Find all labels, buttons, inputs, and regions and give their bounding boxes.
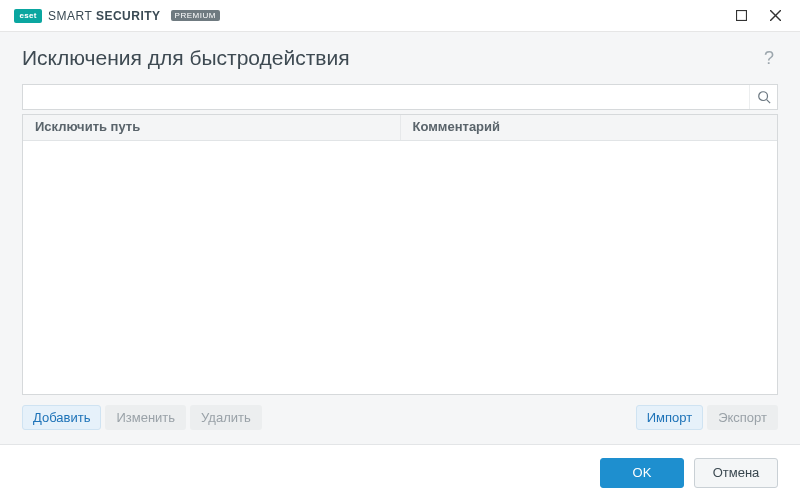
brand: eset SMART SECURITY PREMIUM bbox=[14, 9, 220, 23]
search-button[interactable] bbox=[749, 85, 777, 109]
search-icon bbox=[757, 90, 771, 104]
table-body[interactable] bbox=[23, 141, 777, 394]
page-title: Исключения для быстродействия bbox=[22, 46, 760, 70]
import-button[interactable]: Импорт bbox=[636, 405, 703, 430]
content-area: Исключить путь Комментарий Добавить Изме… bbox=[0, 76, 800, 444]
close-button[interactable] bbox=[758, 2, 792, 30]
maximize-icon bbox=[736, 10, 747, 21]
delete-button: Удалить bbox=[190, 405, 262, 430]
maximize-button[interactable] bbox=[724, 2, 758, 30]
app-window: eset SMART SECURITY PREMIUM Исключения д… bbox=[0, 0, 800, 500]
svg-rect-0 bbox=[736, 11, 746, 21]
footer: OK Отмена bbox=[0, 444, 800, 500]
svg-line-4 bbox=[766, 100, 770, 104]
add-button[interactable]: Добавить bbox=[22, 405, 101, 430]
search-row bbox=[22, 84, 778, 110]
eset-logo-text: eset bbox=[19, 11, 36, 20]
svg-point-3 bbox=[758, 92, 767, 101]
eset-logo: eset bbox=[14, 9, 42, 23]
edit-button: Изменить bbox=[105, 405, 186, 430]
search-input[interactable] bbox=[23, 85, 749, 109]
column-comment[interactable]: Комментарий bbox=[401, 115, 778, 140]
titlebar: eset SMART SECURITY PREMIUM bbox=[0, 0, 800, 32]
exclusions-table: Исключить путь Комментарий bbox=[22, 114, 778, 395]
close-icon bbox=[770, 10, 781, 21]
column-path[interactable]: Исключить путь bbox=[23, 115, 401, 140]
brand-bold: SECURITY bbox=[96, 9, 161, 23]
premium-badge: PREMIUM bbox=[171, 10, 220, 21]
cancel-button[interactable]: Отмена bbox=[694, 458, 778, 488]
help-button[interactable]: ? bbox=[760, 48, 778, 69]
export-button: Экспорт bbox=[707, 405, 778, 430]
brand-thin: SMART bbox=[48, 9, 96, 23]
ok-button[interactable]: OK bbox=[600, 458, 684, 488]
page-header: Исключения для быстродействия ? bbox=[0, 32, 800, 76]
table-toolbar: Добавить Изменить Удалить Импорт Экспорт bbox=[22, 395, 778, 444]
brand-text: SMART SECURITY bbox=[48, 9, 161, 23]
table-header: Исключить путь Комментарий bbox=[23, 115, 777, 141]
